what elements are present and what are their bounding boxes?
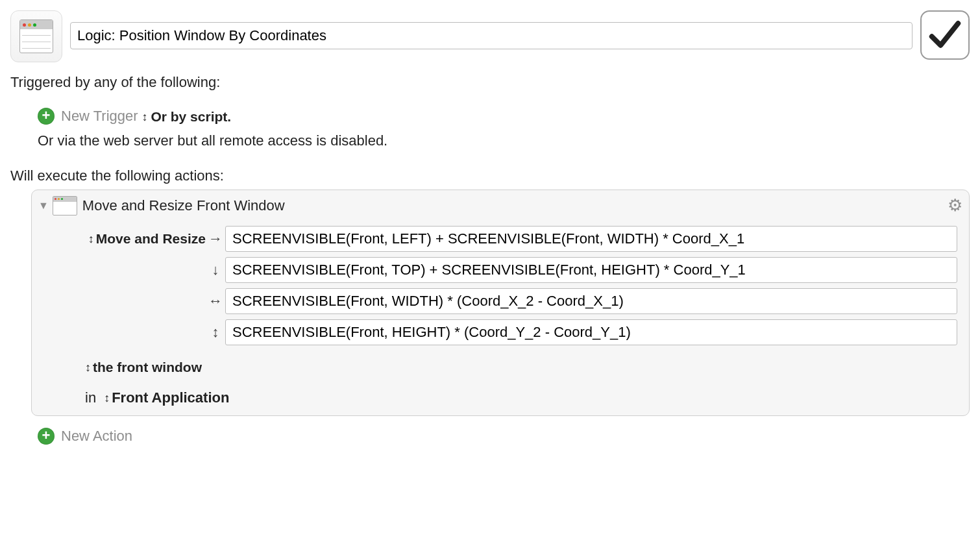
y-expression-input[interactable] bbox=[225, 257, 957, 283]
width-expression-input[interactable] bbox=[225, 288, 957, 314]
height-expression-input[interactable] bbox=[225, 319, 957, 345]
checkmark-icon bbox=[927, 18, 962, 53]
window-target-label: the front window bbox=[93, 360, 202, 375]
action-card: ▼ Move and Resize Front Window ⚙ ↕ Move … bbox=[31, 190, 970, 416]
actions-header: Will execute the following actions: bbox=[10, 167, 970, 184]
new-action-label: New Action bbox=[61, 428, 132, 445]
operation-label: Move and Resize bbox=[96, 231, 206, 247]
operation-selector[interactable]: ↕ Move and Resize bbox=[88, 231, 206, 247]
or-by-script-selector[interactable]: ↕ Or by script. bbox=[141, 109, 231, 125]
window-target-selector[interactable]: ↕ the front window bbox=[85, 360, 202, 375]
window-icon bbox=[19, 19, 53, 53]
updown-icon: ↕ bbox=[85, 361, 89, 375]
x-expression-input[interactable] bbox=[225, 226, 957, 252]
arrow-updown-icon: ↕ bbox=[206, 324, 225, 341]
plus-icon bbox=[38, 108, 55, 125]
updown-icon: ↕ bbox=[88, 232, 92, 246]
application-target-label: Front Application bbox=[112, 389, 229, 406]
macro-enabled-toggle[interactable] bbox=[920, 10, 970, 60]
action-window-icon bbox=[53, 196, 77, 215]
updown-icon: ↕ bbox=[104, 391, 108, 405]
new-action-button[interactable]: New Action bbox=[38, 428, 132, 445]
in-label: in bbox=[85, 389, 96, 406]
application-target-selector[interactable]: ↕ Front Application bbox=[104, 389, 229, 406]
arrow-right-icon: → bbox=[206, 230, 225, 247]
new-trigger-label: New Trigger bbox=[61, 108, 138, 125]
updown-icon: ↕ bbox=[141, 110, 145, 124]
macro-icon[interactable] bbox=[10, 10, 62, 62]
disclosure-triangle-icon[interactable]: ▼ bbox=[38, 200, 49, 212]
action-title: Move and Resize Front Window bbox=[82, 197, 948, 214]
gear-icon[interactable]: ⚙ bbox=[948, 195, 962, 215]
triggers-header: Triggered by any of the following: bbox=[10, 74, 970, 91]
arrow-leftright-icon: ↔ bbox=[206, 293, 225, 310]
new-trigger-button[interactable]: New Trigger bbox=[38, 108, 138, 125]
plus-icon bbox=[38, 428, 55, 445]
web-server-note: Or via the web server but all remote acc… bbox=[38, 132, 970, 149]
macro-name-input[interactable] bbox=[70, 22, 913, 49]
or-by-script-label: Or by script. bbox=[151, 109, 231, 125]
arrow-down-icon: ↓ bbox=[206, 262, 225, 278]
